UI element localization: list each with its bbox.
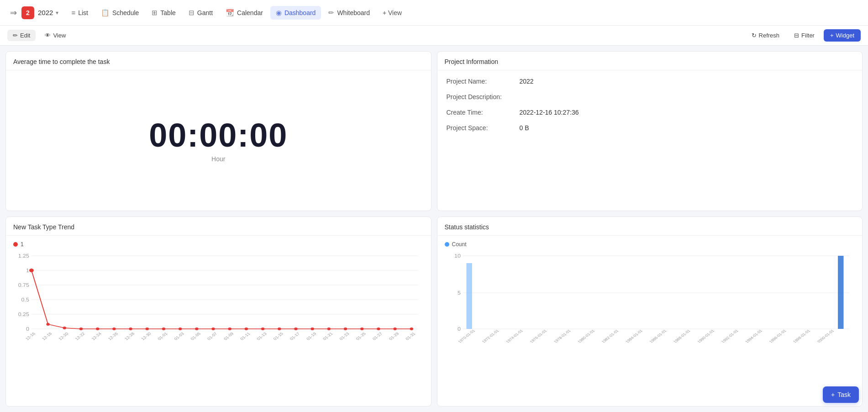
view-button[interactable]: 👁 View (39, 30, 71, 41)
svg-text:12-28: 12-28 (124, 332, 136, 341)
nav-item-schedule[interactable]: 📋 Schedule (95, 6, 144, 20)
svg-point-14 (63, 327, 66, 329)
svg-point-19 (146, 327, 149, 330)
svg-point-26 (261, 327, 264, 330)
svg-text:1972-01-01: 1972-01-01 (481, 328, 500, 343)
svg-text:01-15: 01-15 (273, 332, 284, 341)
gantt-icon: ⊟ (189, 9, 195, 17)
nav-item-dashboard[interactable]: ◉ Dashboard (270, 6, 321, 20)
svg-text:2000-01-01: 2000-01-01 (815, 328, 835, 343)
svg-text:12-30: 12-30 (140, 332, 152, 341)
line-chart-svg: 1.25 1 0.75 0.5 0.25 0 (13, 251, 424, 343)
task-trend-legend-label: 1 (21, 241, 24, 248)
info-label-time: Create Time: (447, 109, 520, 116)
nav-toggle[interactable]: ⇒ (7, 5, 20, 21)
svg-rect-67 (838, 256, 843, 329)
svg-text:1986-01-01: 1986-01-01 (648, 328, 668, 343)
bar-chart-svg: 10 5 0 1970-01-01 1972-01-01 (445, 251, 855, 343)
task-trend-legend: 1 (13, 241, 24, 248)
bar-chart-container: 10 5 0 1970-01-01 1972-01-01 (445, 251, 855, 343)
info-value-time: 2022-12-16 10:27:36 (520, 109, 579, 116)
project-info-widget: Project Information Project Name: 2022 P… (437, 51, 863, 211)
timer-unit: Hour (211, 155, 225, 163)
task-label: Task (837, 391, 851, 398)
svg-text:1984-01-01: 1984-01-01 (624, 328, 643, 343)
edit-label: Edit (20, 32, 30, 39)
svg-text:01-27: 01-27 (372, 332, 384, 341)
project-dropdown-arrow[interactable]: ▾ (56, 10, 58, 16)
nav-label-list: List (78, 9, 88, 16)
view-icon: 👁 (45, 32, 51, 39)
svg-text:0.5: 0.5 (21, 297, 29, 302)
svg-text:1976-01-01: 1976-01-01 (529, 328, 548, 343)
svg-text:12-26: 12-26 (107, 332, 119, 341)
info-row-space: Project Space: 0 B (447, 124, 529, 132)
calendar-icon: 📆 (226, 9, 234, 17)
widget-button[interactable]: + Widget (824, 29, 861, 42)
svg-point-12 (29, 269, 34, 272)
svg-text:1998-01-01: 1998-01-01 (792, 328, 811, 343)
nav-label-table: Table (160, 9, 175, 16)
svg-text:1980-01-01: 1980-01-01 (576, 328, 595, 343)
task-trend-legend-dot (13, 242, 18, 247)
svg-point-17 (112, 327, 116, 330)
project-name: 2022 (38, 9, 53, 16)
svg-text:5: 5 (457, 291, 460, 296)
svg-text:0.75: 0.75 (18, 283, 29, 288)
task-trend-widget: New Task Type Trend 1 1.25 1 0.75 0.5 0.… (5, 217, 431, 407)
view-label: View (53, 32, 66, 39)
svg-text:01-19: 01-19 (305, 332, 317, 341)
status-stats-widget: Status statistics Count 10 5 0 (437, 217, 863, 407)
svg-text:1982-01-01: 1982-01-01 (600, 328, 620, 343)
nav-label-calendar: Calendar (237, 9, 263, 16)
svg-text:12-22: 12-22 (74, 332, 86, 341)
nav-label-gantt: Gantt (197, 9, 213, 16)
info-row-desc: Project Description: (447, 93, 520, 100)
svg-point-25 (245, 327, 248, 330)
whiteboard-icon: ✏ (328, 9, 334, 17)
svg-text:01-29: 01-29 (388, 332, 400, 341)
svg-text:0: 0 (26, 327, 29, 332)
add-view-label: + View (383, 9, 402, 16)
svg-text:12-20: 12-20 (58, 332, 69, 341)
svg-point-31 (344, 327, 347, 330)
add-view-button[interactable]: + View (377, 6, 407, 19)
svg-text:1: 1 (26, 268, 29, 273)
nav-item-list[interactable]: ≡ List (66, 6, 94, 19)
table-icon: ⊞ (152, 9, 158, 17)
svg-point-15 (79, 327, 83, 330)
edit-button[interactable]: ✏ Edit (7, 30, 36, 41)
filter-label: Filter (801, 32, 815, 39)
nav-item-calendar[interactable]: 📆 Calendar (220, 6, 268, 20)
nav-item-gantt[interactable]: ⊟ Gantt (183, 6, 218, 20)
filter-button[interactable]: ⊟ Filter (789, 30, 820, 41)
nav-label-schedule: Schedule (112, 9, 139, 16)
svg-point-29 (310, 327, 314, 330)
svg-point-24 (228, 327, 231, 330)
info-label-name: Project Name: (447, 78, 520, 85)
refresh-label: Refresh (759, 32, 780, 39)
svg-text:1974-01-01: 1974-01-01 (505, 328, 524, 343)
svg-point-27 (278, 327, 281, 330)
status-stats-legend: Count (445, 241, 467, 248)
svg-text:12-24: 12-24 (90, 332, 102, 341)
project-badge: 2 (21, 6, 34, 19)
svg-text:12-18: 12-18 (41, 332, 53, 341)
nav-item-whiteboard[interactable]: ✏ Whiteboard (323, 6, 375, 20)
nav-item-table[interactable]: ⊞ Table (146, 6, 181, 20)
status-stats-title: Status statistics (437, 217, 863, 236)
nav-label-whiteboard: Whiteboard (337, 9, 370, 16)
svg-point-32 (360, 327, 363, 330)
svg-text:01-25: 01-25 (355, 332, 367, 341)
status-stats-legend-dot (445, 242, 449, 247)
filter-icon: ⊟ (794, 32, 799, 39)
task-button[interactable]: + Task (823, 386, 859, 403)
dashboard-icon: ◉ (276, 9, 282, 17)
toolbar-right: ↻ Refresh ⊟ Filter + Widget (746, 29, 861, 42)
edit-icon: ✏ (13, 32, 18, 39)
svg-text:01-05: 01-05 (190, 332, 202, 341)
info-label-desc: Project Description: (447, 93, 520, 100)
schedule-icon: 📋 (101, 9, 110, 17)
svg-point-33 (377, 327, 380, 330)
refresh-button[interactable]: ↻ Refresh (746, 30, 785, 41)
